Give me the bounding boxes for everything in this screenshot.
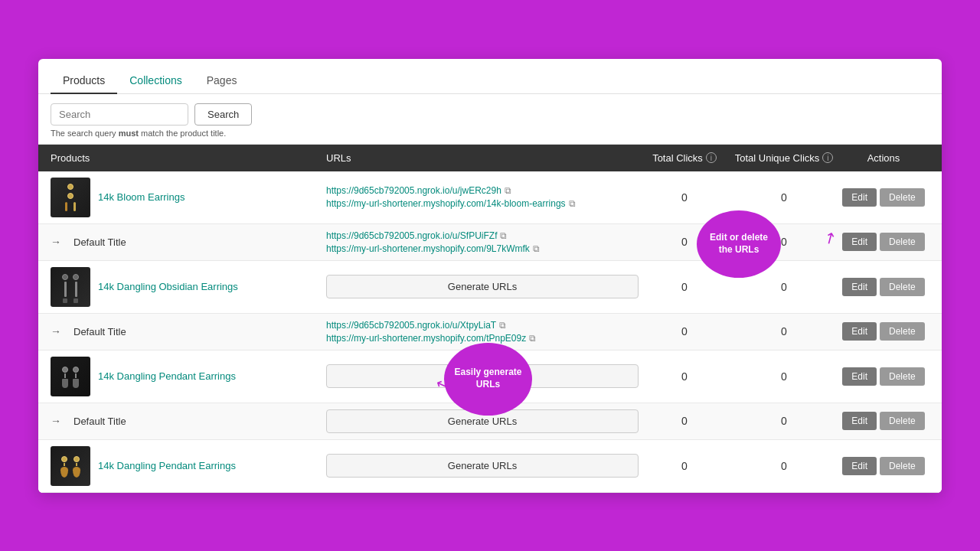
copy-icon[interactable]: ⧉ [500, 230, 507, 241]
earring-icon [62, 365, 79, 388]
variant-arrow-icon: → [51, 325, 61, 337]
generate-urls-button[interactable]: Generate URLs [326, 409, 639, 433]
variant-name: Default Title [74, 236, 126, 248]
total-clicks-value: 0 [639, 370, 730, 383]
short-url-link[interactable]: https://9d65cb792005.ngrok.io/u/XtpyLiaT [326, 320, 496, 331]
total-unique-clicks-info-icon[interactable]: i [822, 152, 833, 163]
tabs-bar: Products Collections Pages [38, 59, 942, 94]
total-clicks-value: 0 [639, 281, 730, 293]
copy-icon[interactable]: ⧉ [569, 198, 576, 209]
long-url-link[interactable]: https://my-url-shortener.myshopify.com/9… [326, 243, 530, 254]
url-cell: Generate URLs [326, 364, 639, 388]
product-cell: 14k Dangling Pendant Earrings [51, 357, 326, 396]
product-cell: 14k Bloom Earrings [51, 178, 326, 217]
variant-cell: → Default Title [51, 325, 326, 337]
generate-urls-button[interactable]: Generate URLs [326, 275, 639, 298]
delete-button[interactable]: Delete [880, 188, 925, 207]
product-image [51, 178, 90, 217]
th-total-clicks: Total Clicks i [639, 152, 730, 164]
variant-name: Default Title [74, 416, 126, 427]
table-header: Products URLs Total Clicks i Total Uniqu… [38, 145, 942, 171]
actions-cell: Edit Delete [838, 233, 929, 251]
delete-button[interactable]: Delete [880, 367, 925, 386]
variant-cell: → Default Title [51, 236, 326, 248]
url-cell: Generate URLs [326, 409, 639, 433]
variant-arrow-icon: → [51, 415, 61, 427]
actions-cell: Edit Delete [838, 322, 929, 341]
actions-cell: Edit Delete [838, 278, 929, 296]
edit-button[interactable]: Edit [842, 457, 877, 475]
url-line: https://9d65cb792005.ngrok.io/u/jwERc29h… [326, 185, 639, 196]
th-products: Products [51, 152, 326, 164]
edit-button[interactable]: Edit [842, 322, 877, 341]
delete-button[interactable]: Delete [880, 412, 925, 430]
edit-button[interactable]: Edit [842, 278, 877, 296]
product-image [51, 446, 90, 486]
earring-icon [60, 455, 80, 478]
short-url-link[interactable]: https://9d65cb792005.ngrok.io/u/SfPUiFZf [326, 230, 497, 241]
search-area: Search The search query must match the p… [38, 94, 942, 145]
tab-products[interactable]: Products [51, 68, 117, 94]
product-image [51, 357, 90, 396]
delete-button[interactable]: Delete [880, 457, 925, 475]
search-button[interactable]: Search [194, 103, 252, 126]
variant-name: Default Title [74, 326, 126, 337]
delete-button[interactable]: Delete [880, 278, 925, 296]
product-name-link[interactable]: 14k Dangling Obsidian Earrings [98, 281, 238, 292]
total-unique-clicks-value: 0 [730, 236, 838, 248]
short-url-link[interactable]: https://9d65cb792005.ngrok.io/u/jwERc29h [326, 185, 501, 196]
earring-icon [62, 271, 79, 303]
url-line: https://my-url-shortener.myshopify.com/1… [326, 198, 639, 209]
th-urls: URLs [326, 152, 639, 164]
product-name-link[interactable]: 14k Dangling Pendant Earrings [98, 460, 236, 471]
total-clicks-info-icon[interactable]: i [706, 152, 717, 163]
total-clicks-value: 0 [639, 460, 730, 472]
generate-urls-button[interactable]: Generate URLs [326, 454, 639, 478]
total-clicks-value: 0 [639, 236, 730, 248]
total-unique-clicks-value: 0 [730, 415, 838, 427]
url-cell: Generate URLs [326, 454, 639, 478]
edit-button[interactable]: Edit [842, 233, 877, 251]
search-hint: The search query must match the product … [51, 129, 929, 138]
url-cell: https://9d65cb792005.ngrok.io/u/SfPUiFZf… [326, 230, 639, 254]
actions-cell: Edit Delete [838, 412, 929, 430]
actions-cell: Edit Delete [838, 188, 929, 207]
table-row: 14k Dangling Pendant Earrings Generate U… [38, 440, 942, 493]
copy-icon[interactable]: ⧉ [499, 320, 506, 331]
tab-collections[interactable]: Collections [117, 68, 194, 94]
tab-pages[interactable]: Pages [194, 68, 250, 94]
total-unique-clicks-value: 0 [730, 370, 838, 383]
total-clicks-value: 0 [639, 191, 730, 204]
edit-button[interactable]: Edit [842, 367, 877, 386]
th-total-unique-clicks: Total Unique Clicks i [730, 152, 838, 164]
copy-icon[interactable]: ⧉ [529, 333, 536, 344]
product-name-link[interactable]: 14k Bloom Earrings [98, 191, 185, 203]
total-unique-clicks-value: 0 [730, 325, 838, 337]
edit-button[interactable]: Edit [842, 188, 877, 207]
product-image [51, 267, 90, 307]
earring-icon [65, 184, 76, 211]
edit-button[interactable]: Edit [842, 412, 877, 430]
product-name-link[interactable]: 14k Dangling Pendant Earrings [98, 370, 236, 382]
search-input[interactable] [51, 103, 188, 126]
table-row: → Default Title Generate URLs 0 0 Edit D… [38, 403, 942, 440]
table-row: → Default Title https://9d65cb792005.ngr… [38, 224, 942, 261]
generate-urls-button[interactable]: Generate URLs [326, 364, 639, 388]
product-cell: 14k Dangling Pendant Earrings [51, 446, 326, 486]
url-cell: https://9d65cb792005.ngrok.io/u/jwERc29h… [326, 185, 639, 209]
total-unique-clicks-value: 0 [730, 281, 838, 293]
actions-cell: Edit Delete [838, 457, 929, 475]
table-row: 14k Dangling Pendant Earrings Generate U… [38, 350, 942, 403]
table-row: 14k Bloom Earrings https://9d65cb792005.… [38, 171, 942, 224]
total-clicks-value: 0 [639, 415, 730, 427]
delete-button[interactable]: Delete [880, 322, 925, 341]
total-unique-clicks-value: 0 [730, 191, 838, 204]
variant-cell: → Default Title [51, 415, 326, 427]
total-clicks-value: 0 [639, 325, 730, 337]
long-url-link[interactable]: https://my-url-shortener.myshopify.com/t… [326, 333, 526, 344]
copy-icon[interactable]: ⧉ [505, 185, 511, 196]
long-url-link[interactable]: https://my-url-shortener.myshopify.com/1… [326, 198, 566, 209]
copy-icon[interactable]: ⧉ [533, 243, 540, 254]
actions-cell: Edit Delete [838, 367, 929, 386]
delete-button[interactable]: Delete [880, 233, 925, 251]
